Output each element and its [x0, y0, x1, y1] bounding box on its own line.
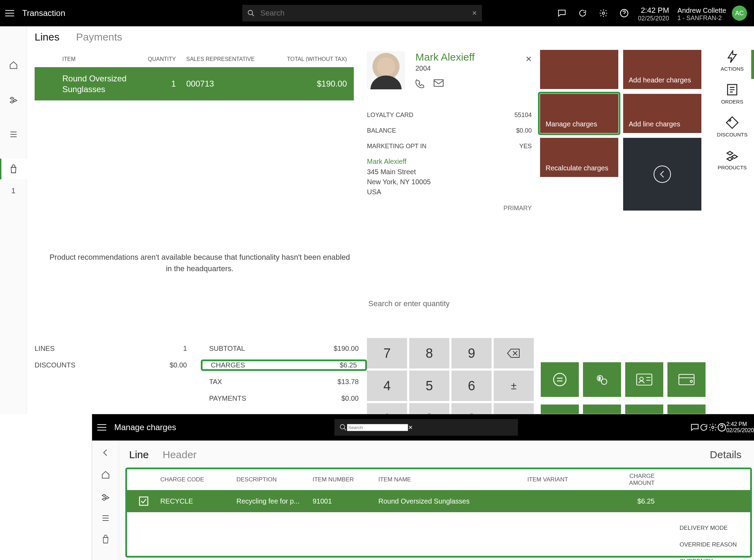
action-card[interactable]: [667, 362, 706, 397]
green-btn-6[interactable]: [583, 405, 621, 414]
help-button-2[interactable]: [717, 423, 726, 432]
nav-list[interactable]: [0, 124, 27, 145]
lines-value: 1: [183, 345, 187, 353]
svg-text:$: $: [599, 376, 601, 380]
col-item-name: ITEM NAME: [378, 476, 491, 483]
key-8[interactable]: 8: [409, 338, 449, 368]
clear-search-button-2[interactable]: ✕: [408, 424, 413, 431]
nav-back[interactable]: [101, 448, 110, 457]
nav-cart[interactable]: [0, 159, 27, 179]
refresh-icon: [578, 9, 587, 18]
customer-link[interactable]: Mark Alexieff: [367, 154, 532, 167]
customer-id: 2004: [415, 64, 475, 72]
tile-manage-label: Manage charges: [546, 120, 597, 128]
settings-button-2[interactable]: [708, 423, 717, 432]
action-equals[interactable]: [541, 362, 579, 397]
avatar-badge[interactable]: AC: [732, 6, 747, 21]
user-display: Andrew Collette 1 - SANFRAN-2: [675, 4, 732, 22]
green-btn-7[interactable]: [625, 405, 663, 414]
search-icon: [247, 9, 255, 17]
search-box[interactable]: ✕: [242, 5, 482, 21]
phone-icon[interactable]: [415, 79, 425, 89]
key-9[interactable]: 9: [451, 338, 492, 368]
time-text: 2:42 PM: [638, 6, 669, 15]
key-5[interactable]: 5: [409, 371, 449, 401]
equals-icon: [552, 372, 567, 387]
tab-lines[interactable]: Lines: [35, 31, 60, 43]
details-delivery-mode: DELIVERY MODE: [680, 525, 744, 532]
action-customer[interactable]: [625, 362, 663, 397]
checkbox-checked-icon: [138, 496, 149, 506]
tile-add-line-charges[interactable]: Add line charges: [623, 94, 701, 133]
rbar-orders[interactable]: ORDERS: [721, 83, 743, 105]
rbar-actions[interactable]: ACTIONS: [721, 50, 744, 72]
menu-button-2[interactable]: [92, 424, 111, 431]
date-text: 02/25/2020: [638, 15, 669, 23]
search-quantity-label[interactable]: Search or enter quantity: [368, 299, 450, 308]
nav-home-2[interactable]: [101, 470, 110, 479]
help-icon: [717, 423, 726, 432]
arrow-left-icon: [101, 448, 110, 457]
green-btn-8[interactable]: [667, 405, 706, 414]
nav-cart-2[interactable]: [101, 535, 110, 544]
tab-line[interactable]: Line: [129, 449, 149, 461]
search-box-2[interactable]: ✕: [334, 419, 518, 436]
menu-button[interactable]: [0, 10, 19, 17]
nav-modules[interactable]: [0, 89, 27, 110]
row-checkbox[interactable]: [127, 496, 160, 506]
tab-payments[interactable]: Payments: [76, 31, 122, 43]
balance-label: BALANCE: [367, 127, 396, 134]
key-4[interactable]: 4: [367, 371, 407, 401]
loyalty-label: LOYALTY CARD: [367, 112, 413, 119]
key-6[interactable]: 6: [451, 371, 492, 401]
chat-button[interactable]: [551, 0, 572, 26]
green-btn-5[interactable]: [541, 405, 579, 414]
rbar-discounts[interactable]: DISCOUNTS: [717, 116, 747, 137]
nav-modules-2[interactable]: [101, 492, 110, 501]
item-row[interactable]: Round Oversized Sunglasses 1 000713 $190…: [35, 67, 354, 100]
action-loyalty[interactable]: $: [583, 362, 621, 397]
col-item: ITEM: [35, 56, 137, 62]
tile-back[interactable]: [623, 138, 701, 211]
time-display-2: 2:42 PM 02/25/2020: [726, 421, 754, 434]
rbar-products[interactable]: PRODUCTS: [718, 149, 747, 170]
user-name: Andrew Collette: [677, 6, 726, 15]
clear-search-button[interactable]: ✕: [472, 9, 477, 17]
primary-label: PRIMARY: [367, 205, 532, 212]
key-backspace[interactable]: [494, 338, 534, 368]
help-button[interactable]: [614, 0, 635, 26]
chat-button-2[interactable]: [690, 423, 699, 432]
svg-point-7: [554, 373, 566, 386]
tab-header[interactable]: Header: [163, 449, 197, 461]
search-input[interactable]: [260, 8, 472, 18]
addr-line-2: New York, NY 10005: [367, 177, 532, 187]
item-total: $190.00: [257, 79, 354, 89]
item-qty: 1: [137, 79, 176, 89]
item-rep: 000713: [176, 79, 257, 89]
col-item-number: ITEM NUMBER: [313, 476, 378, 483]
col-description: DESCRIPTION: [236, 476, 313, 483]
charges-row[interactable]: RECYCLE Recycling fee for p... 91001 Rou…: [127, 490, 750, 512]
row-desc: Recycling fee for p...: [236, 497, 313, 505]
addr-line-3: USA: [367, 187, 532, 197]
hamburger-icon: [5, 10, 14, 17]
tabs: Lines Payments: [35, 31, 122, 43]
tile-recalculate-charges[interactable]: Recalculate charges: [540, 138, 618, 177]
nav-list-2[interactable]: [101, 515, 110, 522]
tile-add-header-charges[interactable]: Add header charges: [623, 50, 701, 89]
refresh-button[interactable]: [572, 0, 593, 26]
card-icon: [678, 374, 695, 385]
nav-home[interactable]: [0, 55, 27, 75]
mail-icon[interactable]: [433, 79, 444, 88]
settings-button[interactable]: [593, 0, 614, 26]
tile-manage-charges[interactable]: Manage charges: [540, 94, 618, 133]
close-customer-button[interactable]: ✕: [526, 55, 532, 64]
tile-blank-1[interactable]: [540, 50, 618, 89]
search-input-2[interactable]: [347, 424, 408, 431]
svg-point-1: [602, 12, 604, 15]
key-plusminus[interactable]: ±: [494, 371, 534, 401]
payments-value: $0.00: [341, 394, 359, 402]
key-7[interactable]: 7: [367, 338, 407, 368]
refresh-button-2[interactable]: [699, 423, 708, 432]
tile-recalc-label: Recalculate charges: [546, 164, 608, 172]
